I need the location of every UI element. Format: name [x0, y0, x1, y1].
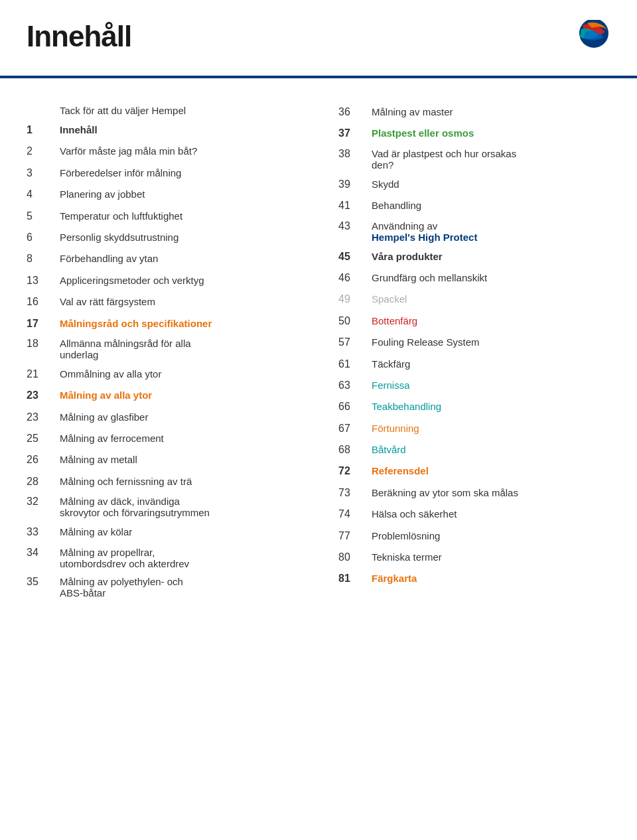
toc-text-68: Båtvård: [372, 443, 406, 456]
toc-num-50: 50: [338, 314, 372, 328]
toc-num-26: 26: [27, 453, 60, 467]
toc-text-46: Grundfärg och mellanskikt: [372, 271, 487, 285]
toc-num-49: 49: [338, 292, 372, 307]
toc-item-39: 39 Skydd: [338, 177, 610, 192]
toc-num-3: 3: [27, 166, 60, 180]
toc-item-74: 74 Hälsa och säkerhet: [338, 507, 610, 522]
toc-num-61: 61: [338, 357, 372, 372]
toc-item-6: 6 Personlig skyddsutrustning: [27, 230, 299, 245]
toc-num-38: 38: [338, 148, 372, 160]
toc-num-21: 21: [27, 367, 60, 382]
toc-item-41: 41 Behandling: [338, 198, 610, 213]
toc-num-13: 13: [27, 273, 60, 288]
page-header: Innehåll: [0, 0, 637, 68]
intro-text: Tack för att du väljer Hempel: [27, 105, 299, 116]
toc-text-77: Problemlösning: [372, 529, 440, 543]
toc-item-81: 81 Färgkarta: [338, 571, 610, 586]
toc-num-2: 2: [27, 144, 60, 159]
toc-text-49: Spackel: [372, 292, 407, 306]
toc-num-74: 74: [338, 507, 372, 522]
toc-text-63: Fernissa: [372, 378, 410, 392]
toc-text-26: Målning av metall: [60, 453, 137, 466]
toc-item-37: 37 Plastpest eller osmos: [338, 126, 610, 141]
toc-text-28: Målning och fernissning av trä: [60, 474, 192, 488]
toc-item-35: 35 Målning av polyethylen- ochABS-båtar: [27, 576, 299, 598]
toc-text-35: Målning av polyethylen- ochABS-båtar: [60, 576, 183, 598]
toc-text-25: Målning av ferrocement: [60, 431, 164, 445]
toc-text-73: Beräkning av ytor som ska målas: [372, 486, 518, 500]
toc-num-17: 17: [27, 316, 60, 331]
toc-text-18: Allmänna målningsråd för allaunderlag: [60, 338, 191, 360]
toc-num-39: 39: [338, 177, 372, 192]
toc-text-8: Förbehandling av ytan: [60, 251, 158, 265]
toc-text-32: Målning av däck, invändigaskrovytor och …: [60, 496, 210, 518]
toc-item-80: 80 Tekniska termer: [338, 550, 610, 565]
toc-num-25: 25: [27, 431, 60, 446]
toc-text-80: Tekniska termer: [372, 550, 442, 564]
toc-text-13: Appliceringsmetoder och verktyg: [60, 273, 204, 287]
toc-text-16: Val av rätt färgsystem: [60, 295, 155, 309]
toc-num-8: 8: [27, 251, 60, 266]
toc-item-32: 32 Målning av däck, invändigaskrovytor o…: [27, 496, 299, 518]
right-column: 36 Målning av master 37 Plastpest eller …: [318, 105, 610, 605]
toc-text-6: Personlig skyddsutrustning: [60, 230, 178, 244]
hempel-logo: [557, 20, 610, 68]
toc-num-57: 57: [338, 335, 372, 350]
toc-item-4: 4 Planering av jobbet: [27, 187, 299, 202]
toc-num-32: 32: [27, 496, 60, 508]
toc-text-72: Referensdel: [372, 464, 429, 478]
toc-text-2: Varför måste jag måla min båt?: [60, 144, 197, 158]
toc-item-1: 1 Innehåll: [27, 123, 299, 137]
toc-num-36: 36: [338, 105, 372, 119]
toc-text-50: Bottenfärg: [372, 314, 417, 328]
toc-item-50: 50 Bottenfärg: [338, 314, 610, 328]
toc-text-1: Innehåll: [60, 123, 98, 137]
toc-num-68: 68: [338, 443, 372, 457]
toc-text-45: Våra produkter: [372, 249, 443, 263]
toc-item-36: 36 Målning av master: [338, 105, 610, 119]
toc-item-16: 16 Val av rätt färgsystem: [27, 295, 299, 309]
toc-num-23b: 23: [27, 410, 60, 425]
toc-item-8: 8 Förbehandling av ytan: [27, 251, 299, 266]
toc-num-77: 77: [338, 529, 372, 543]
toc-item-18: 18 Allmänna målningsråd för allaunderlag: [27, 338, 299, 360]
toc-item-68: 68 Båtvård: [338, 443, 610, 457]
toc-text-57: Fouling Release System: [372, 335, 480, 349]
toc-num-6: 6: [27, 230, 60, 245]
toc-item-21: 21 Ommålning av alla ytor: [27, 367, 299, 382]
toc-text-23a: Målning av alla ytor: [60, 388, 152, 402]
toc-num-5: 5: [27, 209, 60, 224]
toc-num-34: 34: [27, 547, 60, 559]
toc-num-23a: 23: [27, 388, 60, 403]
toc-item-33: 33 Målning av kölar: [27, 525, 299, 539]
toc-item-13: 13 Appliceringsmetoder och verktyg: [27, 273, 299, 288]
toc-num-43: 43: [338, 220, 372, 232]
toc-num-63: 63: [338, 378, 372, 393]
toc-item-61: 61 Täckfärg: [338, 357, 610, 372]
toc-text-21: Ommålning av alla ytor: [60, 367, 161, 381]
toc-num-33: 33: [27, 525, 60, 539]
toc-item-49: 49 Spackel: [338, 292, 610, 307]
toc-num-81: 81: [338, 571, 372, 586]
toc-item-45: 45 Våra produkter: [338, 249, 610, 264]
toc-text-43: Användning avHempel's High Protect: [372, 220, 477, 243]
toc-num-37: 37: [338, 126, 372, 141]
toc-item-73: 73 Beräkning av ytor som ska målas: [338, 486, 610, 500]
toc-item-66: 66 Teakbehandling: [338, 399, 610, 414]
toc-num-72: 72: [338, 464, 372, 478]
toc-num-35: 35: [27, 576, 60, 588]
toc-item-67: 67 Förtunning: [338, 421, 610, 436]
toc-text-67: Förtunning: [372, 421, 419, 435]
toc-text-3: Förberedelser inför målning: [60, 166, 181, 180]
toc-num-73: 73: [338, 486, 372, 500]
toc-text-37: Plastpest eller osmos: [372, 126, 474, 140]
toc-num-67: 67: [338, 421, 372, 436]
toc-item-63: 63 Fernissa: [338, 378, 610, 393]
toc-text-17: Målningsråd och specifikationer: [60, 316, 212, 330]
toc-item-34: 34 Målning av propellrar,utombordsdrev o…: [27, 547, 299, 569]
toc-item-72: 72 Referensdel: [338, 464, 610, 478]
toc-num-1: 1: [27, 123, 60, 137]
toc-item-57: 57 Fouling Release System: [338, 335, 610, 350]
toc-text-41: Behandling: [372, 198, 421, 212]
toc-num-4: 4: [27, 187, 60, 202]
